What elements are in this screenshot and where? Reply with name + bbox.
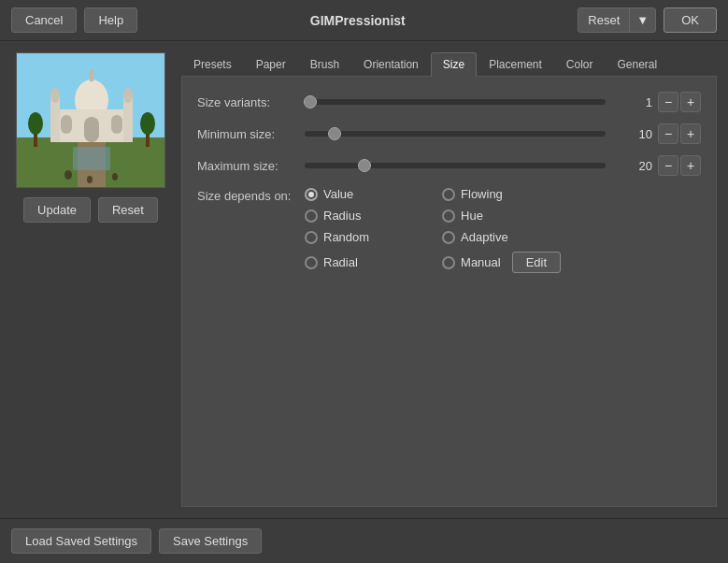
radio-flowing[interactable]: Flowing	[442, 187, 561, 201]
radio-flowing-label: Flowing	[461, 187, 503, 201]
reset-dropdown[interactable]: Reset ▼	[578, 7, 656, 33]
radio-radial-label: Radial	[323, 255, 358, 269]
svg-point-18	[140, 112, 155, 135]
ok-button[interactable]: OK	[664, 7, 717, 33]
window-title: GIMPressionist	[310, 13, 406, 28]
help-button[interactable]: Help	[84, 7, 137, 33]
maximum-size-label: Maximum size:	[197, 159, 305, 173]
radio-value-label: Value	[323, 187, 353, 201]
save-settings-button[interactable]: Save Settings	[159, 528, 262, 554]
svg-point-10	[50, 88, 60, 103]
tab-color[interactable]: Color	[554, 52, 606, 76]
minimum-size-row: Minimum size: 10 − +	[197, 123, 701, 144]
radio-manual[interactable]: Manual Edit	[442, 252, 561, 273]
radio-manual-btn[interactable]	[442, 256, 455, 269]
cancel-button[interactable]: Cancel	[11, 7, 77, 33]
svg-point-20	[112, 173, 118, 180]
radio-adaptive-btn[interactable]	[442, 231, 455, 244]
maximum-size-increment[interactable]: +	[680, 155, 701, 176]
maximum-size-steppers: − +	[658, 155, 701, 176]
main-content: Update Reset Presets Paper Brush Orienta…	[0, 41, 728, 518]
preview-buttons: Update Reset	[23, 197, 158, 223]
svg-rect-8	[84, 117, 99, 142]
radio-radial[interactable]: Radial	[305, 252, 423, 273]
left-panel: Update Reset	[11, 52, 170, 507]
tab-content-size: Size variants: 1 − + Minimum size: 10 −	[181, 77, 717, 507]
radio-radius[interactable]: Radius	[305, 209, 423, 223]
radio-hue[interactable]: Hue	[442, 209, 561, 223]
radio-adaptive[interactable]: Adaptive	[442, 230, 561, 244]
radio-value-btn[interactable]	[305, 188, 318, 201]
svg-point-21	[87, 176, 93, 183]
title-bar: Cancel Help GIMPressionist Reset ▼ OK	[0, 0, 728, 41]
svg-rect-13	[61, 115, 72, 134]
svg-point-16	[28, 112, 43, 135]
radio-flowing-btn[interactable]	[442, 188, 455, 201]
tab-brush[interactable]: Brush	[298, 52, 351, 76]
size-depends-section: Size depends on: Value Flowing	[197, 187, 701, 273]
maximum-size-decrement[interactable]: −	[658, 155, 678, 176]
svg-point-19	[64, 170, 72, 180]
minimum-size-label: Minimum size:	[197, 127, 305, 141]
tab-size[interactable]: Size	[431, 52, 477, 77]
size-variants-label: Size variants:	[197, 95, 305, 109]
reset-dropdown-arrow[interactable]: ▼	[629, 8, 655, 32]
svg-rect-3	[73, 147, 110, 170]
radio-value[interactable]: Value	[305, 187, 423, 201]
right-buttons: Reset ▼ OK	[578, 7, 717, 33]
size-variants-decrement[interactable]: −	[658, 92, 678, 112]
minimum-size-steppers: − +	[658, 123, 701, 144]
minimum-size-slider[interactable]	[305, 131, 606, 137]
tab-paper[interactable]: Paper	[244, 52, 298, 76]
left-buttons: Cancel Help	[11, 7, 137, 33]
tabs: Presets Paper Brush Orientation Size Pla…	[181, 52, 717, 77]
svg-point-6	[89, 69, 94, 75]
size-variants-row: Size variants: 1 − +	[197, 92, 701, 112]
load-settings-button[interactable]: Load Saved Settings	[11, 528, 151, 554]
right-panel: Presets Paper Brush Orientation Size Pla…	[181, 52, 717, 507]
depends-label: Size depends on:	[197, 187, 305, 203]
preview-reset-button[interactable]: Reset	[98, 197, 158, 223]
tab-placement[interactable]: Placement	[477, 52, 554, 76]
size-variants-value: 1	[615, 95, 652, 109]
radio-random-btn[interactable]	[305, 231, 318, 244]
size-variants-steppers: − +	[658, 92, 701, 112]
size-variants-slider[interactable]	[305, 99, 606, 105]
maximum-size-value: 20	[615, 159, 652, 173]
svg-point-12	[123, 88, 133, 103]
minimum-size-decrement[interactable]: −	[658, 123, 678, 144]
bottom-bar: Load Saved Settings Save Settings	[0, 518, 728, 563]
minimum-size-value: 10	[615, 127, 652, 141]
radio-radius-btn[interactable]	[305, 209, 318, 223]
radio-hue-label: Hue	[461, 209, 483, 223]
tab-presets[interactable]: Presets	[181, 52, 244, 76]
radio-radius-label: Radius	[323, 209, 361, 223]
tab-orientation[interactable]: Orientation	[351, 52, 431, 76]
minimum-size-increment[interactable]: +	[680, 123, 701, 144]
svg-rect-14	[111, 115, 122, 134]
edit-button[interactable]: Edit	[512, 252, 561, 273]
preview-image	[16, 52, 165, 188]
maximum-size-row: Maximum size: 20 − +	[197, 155, 701, 176]
size-variants-increment[interactable]: +	[680, 92, 701, 112]
tab-general[interactable]: General	[606, 52, 670, 76]
radio-random[interactable]: Random	[305, 230, 423, 244]
reset-label[interactable]: Reset	[578, 8, 629, 32]
update-button[interactable]: Update	[23, 197, 91, 223]
maximum-size-slider[interactable]	[305, 163, 606, 168]
radio-grid: Value Flowing Radius H	[305, 187, 561, 273]
radio-random-label: Random	[323, 230, 369, 244]
radio-hue-btn[interactable]	[442, 209, 455, 223]
radio-adaptive-label: Adaptive	[461, 230, 508, 244]
radio-radial-btn[interactable]	[305, 256, 318, 269]
radio-manual-label: Manual	[461, 255, 501, 269]
